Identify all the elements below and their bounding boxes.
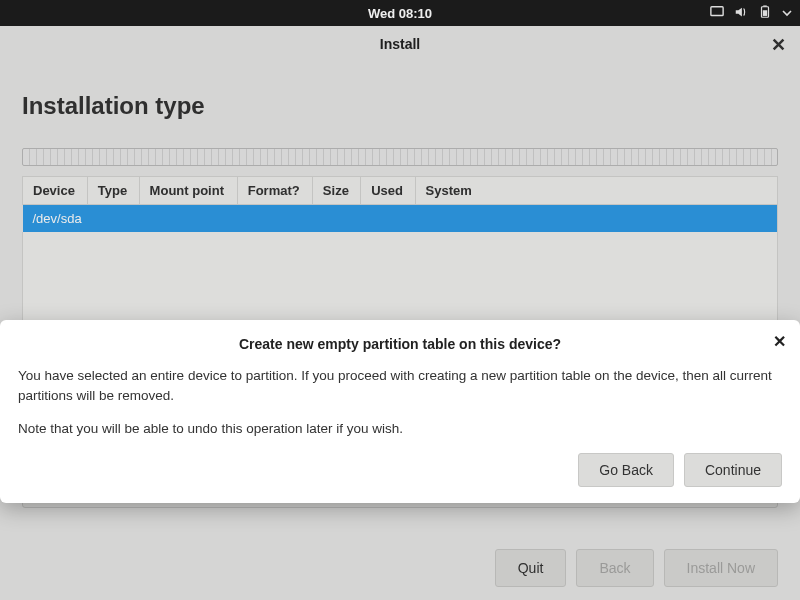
clock: Wed 08:10 [368,6,432,21]
gnome-topbar: Wed 08:10 [0,0,800,26]
volume-icon [734,5,748,22]
dialog-text-1: You have selected an entire device to pa… [18,366,782,405]
screen-icon [710,5,724,22]
dialog-close-button[interactable]: ✕ [773,332,786,351]
installer-window: Install ✕ Installation type Device Type … [0,26,800,600]
go-back-button[interactable]: Go Back [578,453,674,487]
battery-icon [758,5,772,22]
dialog-title: Create new empty partition table on this… [18,336,782,352]
chevron-down-icon [782,6,792,21]
system-tray[interactable] [710,0,792,26]
continue-button[interactable]: Continue [684,453,782,487]
svg-rect-2 [763,5,767,6]
modal-backdrop [0,26,800,600]
confirm-dialog: ✕ Create new empty partition table on th… [0,320,800,503]
svg-rect-0 [711,6,723,15]
svg-rect-3 [763,10,767,16]
dialog-text-2: Note that you will be able to undo this … [18,419,782,439]
dialog-body: You have selected an entire device to pa… [18,366,782,439]
dialog-actions: Go Back Continue [18,453,782,487]
